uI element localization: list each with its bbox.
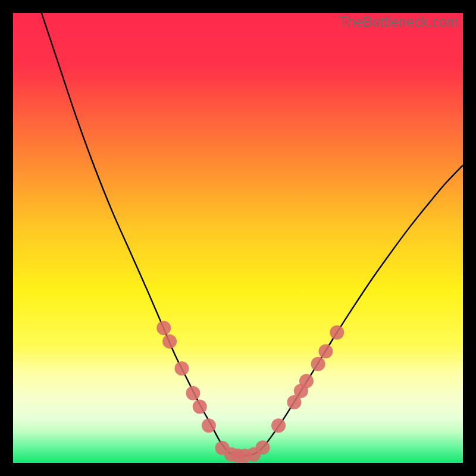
highlight-dot bbox=[299, 374, 314, 388]
highlight-dot bbox=[186, 386, 200, 400]
highlight-dot bbox=[162, 334, 177, 349]
chart-svg bbox=[13, 13, 463, 463]
highlight-dot bbox=[193, 400, 207, 414]
highlight-dot bbox=[202, 418, 216, 433]
highlight-dot bbox=[156, 321, 171, 335]
highlight-dot bbox=[330, 325, 344, 340]
highlight-dot bbox=[271, 418, 286, 433]
watermark-label: TheBottleneck.com bbox=[339, 14, 458, 30]
gradient-background bbox=[13, 13, 463, 463]
highlight-dot bbox=[175, 361, 189, 375]
highlight-dot bbox=[311, 357, 325, 371]
highlight-dot bbox=[318, 345, 333, 359]
chart-frame: TheBottleneck.com bbox=[13, 13, 463, 463]
highlight-dot bbox=[256, 440, 270, 455]
